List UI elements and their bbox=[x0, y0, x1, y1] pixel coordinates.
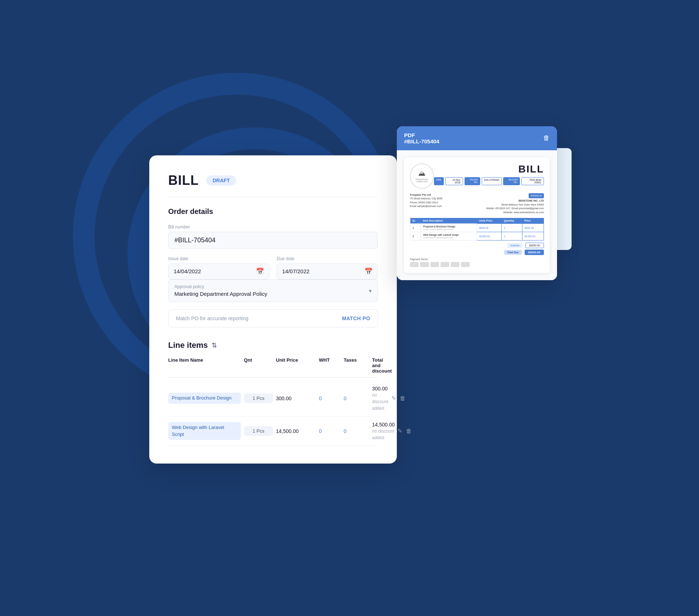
item-actions-1: ✎ 🗑 bbox=[391, 395, 413, 402]
col-total: Total and discount bbox=[372, 357, 392, 374]
header-divider bbox=[168, 197, 378, 197]
inv-desc-2: Web Design with Laravel ScriptLorem ipsu… bbox=[421, 232, 477, 241]
table-row: Proposal & Brochure Design 1 Pcs 300.00 … bbox=[168, 381, 378, 417]
pdf-card: PDF #BILL-705404 🗑 ⛰ FREEPIKERTEMPLATE B… bbox=[397, 126, 557, 281]
item-actions-2: ✎ 🗑 bbox=[398, 428, 419, 434]
item-wht-1: 0 bbox=[319, 396, 341, 401]
match-po-button[interactable]: MATCH PO bbox=[342, 315, 370, 321]
inv-subtotal-label: Subtotal bbox=[507, 243, 522, 248]
pdf-delete-icon[interactable]: 🗑 bbox=[543, 134, 550, 142]
inv-total-1: $300.00 bbox=[522, 224, 544, 232]
table-row: Web Design with Laravel Script 1 Pcs 14,… bbox=[168, 417, 378, 446]
invoice-company-row: Freepiker Pte Ltd 75 Street Address, Cit… bbox=[410, 193, 544, 215]
col-qnt: Qnt bbox=[244, 357, 273, 374]
pdf-label: PDF bbox=[404, 132, 439, 138]
item-taxes-2: 0 bbox=[344, 428, 369, 434]
invoice-title: BILL bbox=[434, 163, 544, 175]
item-wht-2: 0 bbox=[319, 428, 341, 434]
bill-number-field[interactable]: #BILL-705404 bbox=[168, 232, 378, 249]
invoice-logo: ⛰ FREEPIKERTEMPLATE bbox=[410, 163, 434, 189]
col-taxes: Taxes bbox=[344, 357, 369, 374]
inv-payment-terms: Payment Terms: bbox=[410, 258, 428, 261]
inv-invoice-no-label: Invoice No. bbox=[465, 177, 480, 185]
col-actions bbox=[395, 357, 416, 374]
invoice-title-block: BILL Date 10 Nov 2018 Invoice No. DSLX70… bbox=[434, 163, 544, 185]
invoice-sender: Freepiker Pte Ltd 75 Street Address, Cit… bbox=[410, 193, 442, 215]
inv-qty-2: 1 bbox=[502, 232, 522, 241]
invoice-subtotal-row: Subtotal $2830.00 bbox=[410, 243, 544, 248]
inv-unitprice-1: $300.00 bbox=[477, 224, 502, 232]
pdf-header: PDF #BILL-705404 🗑 bbox=[397, 126, 557, 150]
pdf-preview-area: ⛰ FREEPIKERTEMPLATE BILL Date 10 Nov 201… bbox=[397, 150, 557, 281]
edit-icon-2[interactable]: ✎ bbox=[398, 428, 402, 434]
table-header: Line Item Name Qnt Unit Price WHT Taxes … bbox=[168, 357, 378, 378]
pdf-header-info: PDF #BILL-705404 bbox=[404, 132, 439, 144]
discover-icon bbox=[451, 262, 459, 267]
bill-number-label: Bill number bbox=[168, 224, 378, 230]
line-items-header: Line items ⇅ bbox=[168, 341, 378, 350]
sort-icon[interactable]: ⇅ bbox=[212, 341, 217, 349]
bill-title: BILL bbox=[168, 173, 199, 188]
inv-qty-1: 1 bbox=[502, 224, 522, 232]
invoice-to-badge: Invoice to bbox=[529, 193, 544, 199]
due-date-value: 14/07/2022 bbox=[282, 268, 364, 274]
invoice-preview: ⛰ FREEPIKERTEMPLATE BILL Date 10 Nov 201… bbox=[404, 158, 550, 273]
visa-icon bbox=[420, 262, 429, 267]
inv-date-label: Date bbox=[434, 177, 444, 185]
inv-total-val: $2830.00 bbox=[525, 250, 544, 255]
bill-header: BILL DRAFT bbox=[168, 173, 378, 188]
issue-date-calendar-icon[interactable]: 📅 bbox=[256, 267, 264, 275]
inv-account-no-val: 7000.8640 20901 bbox=[521, 177, 544, 185]
approval-policy-group[interactable]: Approval policy Marketing Department App… bbox=[168, 279, 378, 302]
inv-col-total: Price bbox=[522, 218, 544, 224]
inv-payment-icons bbox=[410, 262, 544, 267]
invoice-company: Freepiker Pte Ltd 75 Street Address, Cit… bbox=[410, 193, 544, 215]
invoice-fields: Date 10 Nov 2018 Invoice No. DSLX705404 … bbox=[434, 177, 544, 185]
amex-icon bbox=[441, 262, 449, 267]
inv-desc-1: Proposal & Brochure DesignLorem ipsum de… bbox=[421, 224, 477, 232]
inv-col-price: Unite Price bbox=[477, 218, 502, 224]
due-date-input[interactable]: 14/07/2022 📅 bbox=[277, 263, 378, 279]
edit-icon-1[interactable]: ✎ bbox=[391, 395, 396, 402]
inv-total-label: Total Due bbox=[504, 250, 521, 255]
inv-row-1: 1 Proposal & Brochure DesignLorem ipsum … bbox=[410, 224, 544, 232]
issue-date-input[interactable]: 14/04/2022 📅 bbox=[168, 263, 269, 279]
skrill-icon bbox=[461, 262, 470, 267]
date-row: Issue date 14/04/2022 📅 Due date 14/07/2… bbox=[168, 256, 378, 279]
col-wht: WHT bbox=[319, 357, 341, 374]
inv-col-sl: SL bbox=[410, 218, 421, 224]
item-taxes-1: 0 bbox=[344, 396, 369, 401]
bill-number-group: Bill number #BILL-705404 bbox=[168, 224, 378, 249]
inv-col-qty: Quantity bbox=[502, 218, 522, 224]
item-total-2: 14,500.00 no discount added bbox=[372, 422, 395, 441]
line-items-title: Line items bbox=[168, 341, 208, 350]
invoice-table: SL Item Description Unite Price Quantity… bbox=[410, 218, 544, 241]
item-qnt-2: 1 Pcs bbox=[244, 426, 273, 436]
inv-invoice-no-val: DSLX705404 bbox=[482, 177, 502, 185]
due-date-calendar-icon[interactable]: 📅 bbox=[364, 267, 372, 275]
issue-date-group: Issue date 14/04/2022 📅 bbox=[168, 256, 269, 279]
inv-subtotal-val: $2830.00 bbox=[525, 243, 544, 248]
item-qnt-1: 1 Pcs bbox=[244, 393, 273, 403]
item-price-2: 14,500.00 bbox=[276, 428, 316, 434]
col-name: Line Item Name bbox=[168, 357, 241, 374]
inv-row-2: 2 Web Design with Laravel ScriptLorem ip… bbox=[410, 232, 544, 241]
paypal-icon bbox=[410, 262, 419, 267]
mastercard-icon bbox=[430, 262, 439, 267]
inv-total-2: $1450.00 bbox=[522, 232, 544, 241]
order-details-section: Order details bbox=[168, 207, 378, 216]
match-po-text: Match PO for accurate reporting bbox=[176, 315, 248, 321]
inv-account-no-label: Account No. bbox=[503, 177, 520, 185]
delete-icon-2[interactable]: 🗑 bbox=[406, 428, 412, 434]
invoice-payment: Payment Terms: bbox=[410, 258, 544, 267]
due-date-group: Due date 14/07/2022 📅 bbox=[277, 256, 378, 279]
inv-sl-1: 1 bbox=[410, 224, 421, 232]
item-name-1: Proposal & Brochure Design bbox=[168, 393, 241, 404]
delete-icon-1[interactable]: 🗑 bbox=[400, 395, 406, 402]
invoice-total-row: Total Due $2830.00 bbox=[410, 250, 544, 255]
item-price-1: 300.00 bbox=[276, 396, 316, 401]
status-badge: DRAFT bbox=[206, 175, 236, 186]
scene-container: BILL DRAFT Order details Bill number #BI… bbox=[149, 126, 550, 490]
invoice-top: ⛰ FREEPIKERTEMPLATE BILL Date 10 Nov 201… bbox=[410, 163, 544, 189]
item-total-1: 300.00 no discount added bbox=[372, 386, 388, 411]
